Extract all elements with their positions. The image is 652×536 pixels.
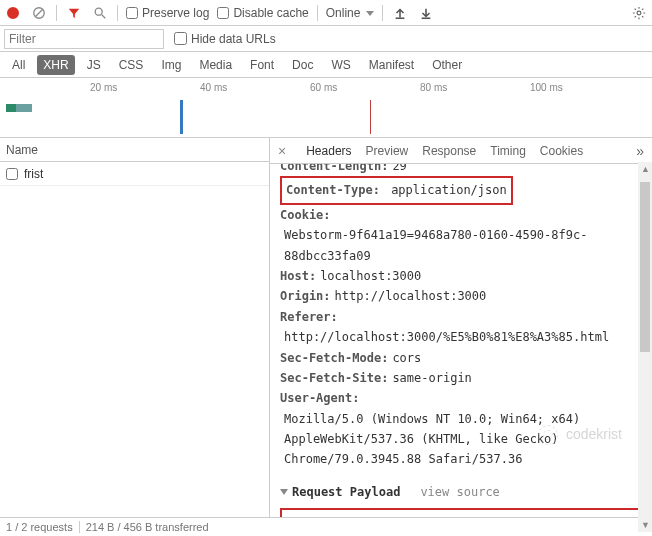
details-tab-preview[interactable]: Preview — [366, 144, 409, 158]
request-row-checkbox[interactable] — [6, 168, 18, 180]
details-tab-cookies[interactable]: Cookies — [540, 144, 583, 158]
header-row: Sec-Fetch-Site: same-origin — [280, 368, 642, 388]
header-row: Content-Type: application/json — [280, 176, 642, 204]
svg-line-3 — [102, 14, 106, 18]
header-value: 29 — [392, 164, 406, 176]
details-tab-timing[interactable]: Timing — [490, 144, 526, 158]
filter-bar: Hide data URLs — [0, 26, 652, 52]
column-header-name[interactable]: Name — [0, 138, 269, 162]
payload-box: {name: "codekrist", age: 19}name: "codek… — [280, 508, 642, 517]
view-source-link[interactable]: view source — [420, 485, 499, 499]
request-list: frist — [0, 162, 269, 517]
type-tab-img[interactable]: Img — [155, 55, 187, 75]
hide-data-urls-toggle[interactable]: Hide data URLs — [174, 32, 276, 46]
details-tabs: × HeadersPreviewResponseTimingCookies » — [270, 138, 652, 164]
timeline-tick: 20 ms — [90, 82, 117, 93]
header-row: Sec-Fetch-Mode: cors — [280, 348, 642, 368]
header-row: Origin: http://localhost:3000 — [280, 286, 642, 306]
record-toggle-icon[interactable] — [4, 4, 22, 22]
header-key: Sec-Fetch-Site: — [280, 368, 388, 388]
header-row: Referer: http://localhost:3000/%E5%B0%81… — [280, 307, 642, 348]
preserve-log-toggle[interactable]: Preserve log — [126, 6, 209, 20]
status-requests: 1 / 2 requests — [6, 521, 73, 533]
headers-body: Content-Length: 29Content-Type: applicat… — [270, 164, 652, 517]
resource-type-tabs: AllXHRJSCSSImgMediaFontDocWSManifestOthe… — [0, 52, 652, 78]
type-tab-css[interactable]: CSS — [113, 55, 150, 75]
vertical-scrollbar[interactable]: ▲ ▼ — [638, 162, 652, 532]
header-key: Origin: — [280, 286, 331, 306]
throttling-value: Online — [326, 6, 361, 20]
status-transferred: 214 B / 456 B transferred — [86, 521, 209, 533]
disable-cache-toggle[interactable]: Disable cache — [217, 6, 308, 20]
throttling-select[interactable]: Online — [326, 6, 375, 20]
header-value: same-origin — [392, 368, 471, 388]
header-key: Sec-Fetch-Mode: — [280, 348, 388, 368]
filter-input[interactable] — [4, 29, 164, 49]
header-key: Cookie: — [280, 205, 331, 225]
filter-toggle-icon[interactable] — [65, 4, 83, 22]
section-title: Request Payload — [292, 485, 400, 499]
header-key: Content-Length: — [280, 164, 388, 176]
header-key: Referer: — [280, 307, 338, 327]
search-icon[interactable] — [91, 4, 109, 22]
type-tab-media[interactable]: Media — [193, 55, 238, 75]
header-value: application/json — [384, 183, 507, 197]
section-header[interactable]: Request Payloadview source — [280, 482, 642, 502]
header-value: Webstorm-9f641a19=9468a780-0160-4590-8f9… — [284, 225, 642, 266]
type-tab-font[interactable]: Font — [244, 55, 280, 75]
timeline-tick: 80 ms — [420, 82, 447, 93]
main-split: Name frist × HeadersPreviewResponseTimin… — [0, 138, 652, 518]
type-tab-js[interactable]: JS — [81, 55, 107, 75]
header-value: localhost:3000 — [320, 266, 421, 286]
upload-har-icon[interactable] — [391, 4, 409, 22]
svg-point-2 — [95, 8, 102, 15]
details-tab-headers[interactable]: Headers — [306, 144, 351, 158]
type-tab-xhr[interactable]: XHR — [37, 55, 74, 75]
settings-icon[interactable] — [630, 4, 648, 22]
type-tab-manifest[interactable]: Manifest — [363, 55, 420, 75]
header-row: Cookie: Webstorm-9f641a19=9468a780-0160-… — [280, 205, 642, 266]
timeline-tick: 100 ms — [530, 82, 563, 93]
payload-summary[interactable]: {name: "codekrist", age: 19} — [290, 516, 632, 517]
header-value: cors — [392, 348, 421, 368]
timeline-overview[interactable]: 20 ms40 ms60 ms80 ms100 ms — [0, 78, 652, 138]
collapse-triangle-icon[interactable] — [280, 489, 288, 495]
disable-cache-label: Disable cache — [233, 6, 308, 20]
status-bar: 1 / 2 requests 214 B / 456 B transferred — [0, 518, 652, 536]
svg-point-6 — [637, 11, 641, 15]
header-value: http://localhost:3000 — [335, 286, 487, 306]
type-tab-doc[interactable]: Doc — [286, 55, 319, 75]
header-key: Host: — [280, 266, 316, 286]
details-tab-response[interactable]: Response — [422, 144, 476, 158]
close-details-icon[interactable]: × — [278, 143, 286, 159]
preserve-log-label: Preserve log — [142, 6, 209, 20]
request-payload-section: Request Payloadview source{name: "codekr… — [280, 482, 642, 517]
more-tabs-icon[interactable]: » — [636, 143, 644, 159]
request-row[interactable]: frist — [0, 162, 269, 186]
download-har-icon[interactable] — [417, 4, 435, 22]
header-key: Content-Type: — [286, 183, 380, 197]
type-tab-all[interactable]: All — [6, 55, 31, 75]
header-row: User-Agent: Mozilla/5.0 (Windows NT 10.0… — [280, 388, 642, 470]
type-tab-other[interactable]: Other — [426, 55, 468, 75]
svg-line-1 — [36, 9, 43, 16]
header-value: Mozilla/5.0 (Windows NT 10.0; Win64; x64… — [284, 409, 642, 470]
request-row-label: frist — [24, 167, 43, 181]
header-value: http://localhost:3000/%E5%B0%81%E8%A3%85… — [284, 327, 609, 347]
network-toolbar: Preserve log Disable cache Online — [0, 0, 652, 26]
header-row: Host: localhost:3000 — [280, 266, 642, 286]
timeline-tick: 60 ms — [310, 82, 337, 93]
clear-icon[interactable] — [30, 4, 48, 22]
header-key: User-Agent: — [280, 388, 359, 408]
request-list-pane: Name frist — [0, 138, 270, 517]
hide-data-urls-label: Hide data URLs — [191, 32, 276, 46]
type-tab-ws[interactable]: WS — [325, 55, 356, 75]
header-row: Content-Length: 29 — [280, 164, 642, 176]
details-pane: × HeadersPreviewResponseTimingCookies » … — [270, 138, 652, 517]
timeline-tick: 40 ms — [200, 82, 227, 93]
